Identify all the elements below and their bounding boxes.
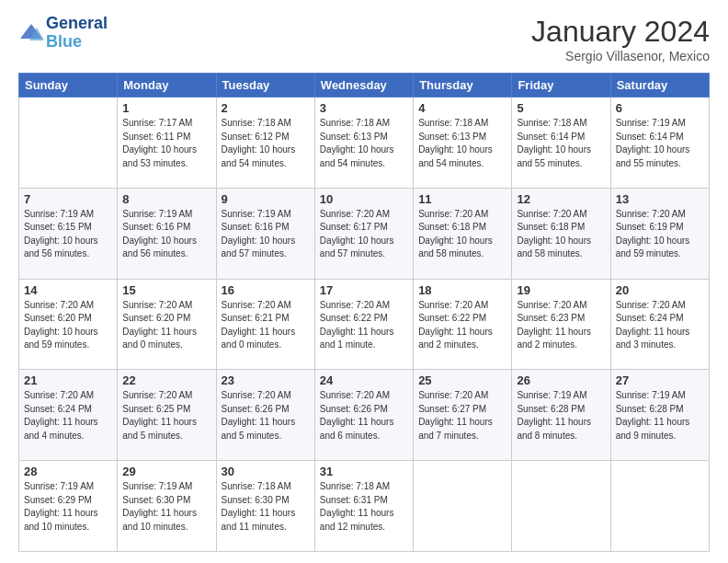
day-info: Sunrise: 7:19 AMSunset: 6:28 PMDaylight:… — [616, 389, 704, 442]
calendar-cell: 16Sunrise: 7:20 AMSunset: 6:21 PMDayligh… — [216, 279, 314, 370]
day-info: Sunrise: 7:20 AMSunset: 6:20 PMDaylight:… — [24, 299, 112, 352]
day-info: Sunrise: 7:18 AMSunset: 6:13 PMDaylight:… — [320, 117, 408, 170]
calendar-cell: 4Sunrise: 7:18 AMSunset: 6:13 PMDaylight… — [414, 98, 512, 189]
day-number: 17 — [320, 283, 408, 297]
calendar-cell: 29Sunrise: 7:19 AMSunset: 6:30 PMDayligh… — [118, 461, 216, 552]
day-number: 19 — [517, 283, 605, 297]
header: General Blue January 2024 Sergio Villase… — [18, 15, 710, 63]
page: General Blue January 2024 Sergio Villase… — [0, 0, 728, 563]
day-number: 4 — [418, 101, 506, 115]
day-number: 16 — [222, 283, 310, 297]
column-header-monday: Monday — [118, 74, 216, 98]
column-header-saturday: Saturday — [610, 74, 709, 98]
week-row-3: 14Sunrise: 7:20 AMSunset: 6:20 PMDayligh… — [19, 279, 710, 370]
day-number: 15 — [122, 283, 210, 297]
calendar-cell: 23Sunrise: 7:20 AMSunset: 6:26 PMDayligh… — [216, 370, 314, 461]
logo-text: General Blue — [46, 15, 108, 52]
week-row-5: 28Sunrise: 7:19 AMSunset: 6:29 PMDayligh… — [19, 461, 710, 552]
calendar-cell: 6Sunrise: 7:19 AMSunset: 6:14 PMDaylight… — [610, 98, 709, 189]
day-number: 22 — [122, 373, 210, 387]
day-info: Sunrise: 7:20 AMSunset: 6:24 PMDaylight:… — [616, 299, 704, 352]
day-info: Sunrise: 7:19 AMSunset: 6:15 PMDaylight:… — [24, 208, 112, 261]
day-number: 11 — [418, 192, 506, 206]
title-block: January 2024 Sergio Villasenor, Mexico — [531, 15, 710, 63]
calendar-cell: 14Sunrise: 7:20 AMSunset: 6:20 PMDayligh… — [19, 279, 118, 370]
day-number: 12 — [517, 192, 605, 206]
day-info: Sunrise: 7:20 AMSunset: 6:24 PMDaylight:… — [24, 389, 112, 442]
calendar-cell: 12Sunrise: 7:20 AMSunset: 6:18 PMDayligh… — [512, 188, 610, 279]
calendar-cell: 19Sunrise: 7:20 AMSunset: 6:23 PMDayligh… — [512, 279, 610, 370]
day-info: Sunrise: 7:19 AMSunset: 6:30 PMDaylight:… — [122, 480, 210, 534]
calendar-table: SundayMondayTuesdayWednesdayThursdayFrid… — [18, 73, 710, 552]
day-number: 6 — [616, 101, 704, 115]
calendar-cell: 25Sunrise: 7:20 AMSunset: 6:27 PMDayligh… — [414, 370, 512, 461]
day-info: Sunrise: 7:20 AMSunset: 6:25 PMDaylight:… — [122, 389, 210, 442]
day-info: Sunrise: 7:19 AMSunset: 6:29 PMDaylight:… — [24, 480, 112, 534]
day-number: 23 — [222, 373, 310, 387]
calendar-cell: 20Sunrise: 7:20 AMSunset: 6:24 PMDayligh… — [610, 279, 709, 370]
calendar-cell: 10Sunrise: 7:20 AMSunset: 6:17 PMDayligh… — [314, 188, 413, 279]
calendar-cell: 18Sunrise: 7:20 AMSunset: 6:22 PMDayligh… — [414, 279, 512, 370]
calendar-cell: 13Sunrise: 7:20 AMSunset: 6:19 PMDayligh… — [610, 188, 709, 279]
calendar-cell — [19, 98, 118, 189]
day-number: 27 — [616, 373, 704, 387]
calendar-cell: 3Sunrise: 7:18 AMSunset: 6:13 PMDaylight… — [314, 98, 413, 189]
day-number: 21 — [24, 373, 112, 387]
day-info: Sunrise: 7:20 AMSunset: 6:19 PMDaylight:… — [616, 208, 704, 261]
day-number: 13 — [616, 192, 704, 206]
month-title: January 2024 — [531, 15, 710, 49]
day-number: 18 — [418, 283, 506, 297]
day-number: 26 — [517, 373, 605, 387]
subtitle: Sergio Villasenor, Mexico — [531, 49, 710, 63]
day-info: Sunrise: 7:17 AMSunset: 6:11 PMDaylight:… — [122, 117, 210, 170]
day-info: Sunrise: 7:20 AMSunset: 6:18 PMDaylight:… — [418, 208, 506, 261]
day-number: 29 — [122, 465, 210, 478]
day-number: 5 — [517, 101, 605, 115]
logo: General Blue — [18, 15, 108, 52]
calendar-cell: 15Sunrise: 7:20 AMSunset: 6:20 PMDayligh… — [118, 279, 216, 370]
day-info: Sunrise: 7:20 AMSunset: 6:27 PMDaylight:… — [418, 389, 506, 442]
calendar-cell: 5Sunrise: 7:18 AMSunset: 6:14 PMDaylight… — [512, 98, 610, 189]
day-number: 3 — [320, 101, 408, 115]
week-row-4: 21Sunrise: 7:20 AMSunset: 6:24 PMDayligh… — [19, 370, 710, 461]
calendar-cell: 28Sunrise: 7:19 AMSunset: 6:29 PMDayligh… — [19, 461, 118, 552]
calendar-cell: 9Sunrise: 7:19 AMSunset: 6:16 PMDaylight… — [216, 188, 314, 279]
calendar-cell: 21Sunrise: 7:20 AMSunset: 6:24 PMDayligh… — [19, 370, 118, 461]
day-number: 2 — [222, 101, 310, 115]
day-number: 30 — [222, 465, 310, 478]
day-info: Sunrise: 7:18 AMSunset: 6:12 PMDaylight:… — [222, 117, 310, 170]
week-row-1: 1Sunrise: 7:17 AMSunset: 6:11 PMDaylight… — [19, 98, 710, 189]
day-info: Sunrise: 7:18 AMSunset: 6:31 PMDaylight:… — [320, 480, 408, 534]
day-info: Sunrise: 7:20 AMSunset: 6:20 PMDaylight:… — [122, 299, 210, 352]
calendar-cell: 7Sunrise: 7:19 AMSunset: 6:15 PMDaylight… — [19, 188, 118, 279]
logo-icon — [18, 20, 44, 46]
day-number: 10 — [320, 192, 408, 206]
day-number: 8 — [122, 192, 210, 206]
day-number: 20 — [616, 283, 704, 297]
day-number: 31 — [320, 465, 408, 478]
day-number: 25 — [418, 373, 506, 387]
calendar-cell: 11Sunrise: 7:20 AMSunset: 6:18 PMDayligh… — [414, 188, 512, 279]
day-number: 28 — [24, 465, 112, 478]
day-number: 7 — [24, 192, 112, 206]
calendar-cell: 1Sunrise: 7:17 AMSunset: 6:11 PMDaylight… — [118, 98, 216, 189]
day-info: Sunrise: 7:18 AMSunset: 6:14 PMDaylight:… — [517, 117, 605, 170]
calendar-cell: 2Sunrise: 7:18 AMSunset: 6:12 PMDaylight… — [216, 98, 314, 189]
day-number: 14 — [24, 283, 112, 297]
day-info: Sunrise: 7:20 AMSunset: 6:17 PMDaylight:… — [320, 208, 408, 261]
week-row-2: 7Sunrise: 7:19 AMSunset: 6:15 PMDaylight… — [19, 188, 710, 279]
day-number: 24 — [320, 373, 408, 387]
day-info: Sunrise: 7:20 AMSunset: 6:22 PMDaylight:… — [320, 299, 408, 352]
calendar-cell: 8Sunrise: 7:19 AMSunset: 6:16 PMDaylight… — [118, 188, 216, 279]
day-info: Sunrise: 7:19 AMSunset: 6:28 PMDaylight:… — [517, 389, 605, 442]
column-header-friday: Friday — [512, 74, 610, 98]
calendar-cell: 30Sunrise: 7:18 AMSunset: 6:30 PMDayligh… — [216, 461, 314, 552]
day-info: Sunrise: 7:18 AMSunset: 6:13 PMDaylight:… — [418, 117, 506, 170]
calendar-cell: 27Sunrise: 7:19 AMSunset: 6:28 PMDayligh… — [610, 370, 709, 461]
calendar-cell — [512, 461, 610, 552]
day-number: 9 — [222, 192, 310, 206]
calendar-cell: 17Sunrise: 7:20 AMSunset: 6:22 PMDayligh… — [314, 279, 413, 370]
column-header-row: SundayMondayTuesdayWednesdayThursdayFrid… — [19, 74, 710, 98]
day-info: Sunrise: 7:19 AMSunset: 6:14 PMDaylight:… — [616, 117, 704, 170]
calendar-cell — [610, 461, 709, 552]
